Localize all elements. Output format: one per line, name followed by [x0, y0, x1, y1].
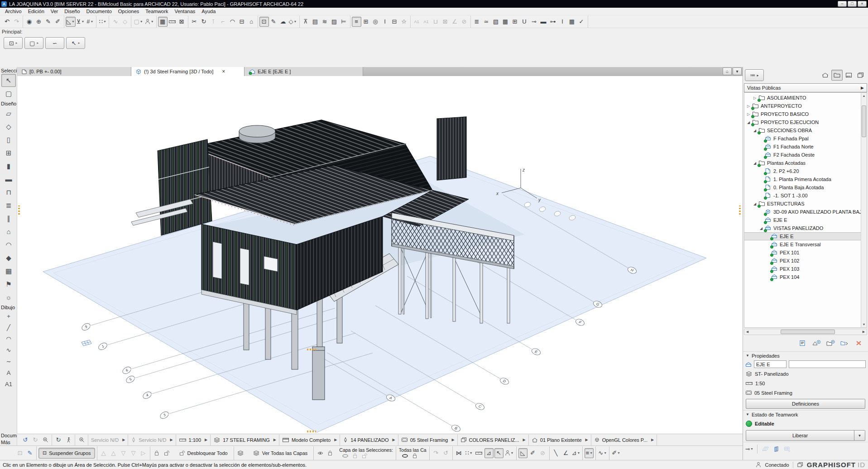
tab-1[interactable]: [0. PB +- 0.00]	[17, 67, 131, 76]
grid-bubble[interactable]: F	[575, 318, 585, 327]
menu-ventanas[interactable]: Ventanas	[171, 8, 198, 14]
send-to-back-icon[interactable]: ▽	[129, 448, 138, 458]
zoom-service-selector[interactable]: Servicio N/D▶	[88, 435, 128, 445]
reset-order-icon[interactable]: ▷	[139, 448, 148, 458]
bring-forward-icon[interactable]: △	[109, 448, 118, 458]
schedule-icon[interactable]: ▦	[567, 17, 577, 27]
tree-item[interactable]: F Fachada Ppal	[744, 134, 861, 143]
graphic-override-selector[interactable]: COLORES PANELIZ...▶	[458, 435, 529, 445]
stair-tool[interactable]: ≣	[0, 199, 17, 212]
tree-vertical-scrollbar[interactable]: ▲ ▼	[861, 93, 867, 327]
scissors-icon[interactable]: ✂	[190, 17, 199, 27]
tree-item[interactable]: 3D-09 AXO PANELIZADO PLANTA BAJA	[744, 208, 861, 216]
all-oval-icon[interactable]	[402, 454, 408, 458]
release-dropdown[interactable]: ▼	[854, 430, 865, 441]
walk-icon[interactable]	[64, 436, 73, 445]
link-icon[interactable]: ⊶	[548, 17, 558, 27]
snap-grid-icon[interactable]: ∷▼	[465, 448, 474, 458]
text-tool-icon[interactable]: I	[380, 17, 390, 27]
menu-documento[interactable]: Documento	[83, 8, 115, 14]
view-map-selector[interactable]: Vistas Públicas ▶	[744, 83, 867, 92]
guide-lines-icon[interactable]: ◺	[518, 448, 528, 458]
grid-select-button[interactable]: ⊡▸	[4, 37, 23, 49]
lock-icon[interactable]	[152, 448, 161, 458]
grid-tool-icon[interactable]: ▦	[501, 17, 510, 27]
rotate-icon[interactable]: ↻	[199, 17, 209, 27]
new-folder-button[interactable]	[825, 339, 835, 348]
collapse-icon[interactable]: ◢	[746, 120, 751, 124]
angle-icon[interactable]: ∠	[450, 17, 460, 27]
chevron-down-icon[interactable]: ▼	[91, 20, 94, 23]
chevron-down-icon[interactable]: ▼	[72, 20, 75, 23]
markup-icon[interactable]: ⊟	[390, 17, 399, 27]
selection-grid-icon[interactable]: ▦	[158, 17, 168, 27]
camera-icon[interactable]: ◎	[371, 17, 380, 27]
pen-set-selector[interactable]: 14 PANELIZADO▶	[340, 435, 398, 445]
align-icon[interactable]: ⊨	[339, 17, 349, 27]
shell-tool[interactable]: ◠	[0, 238, 17, 251]
pen-set-alt-icon[interactable]: ✐	[53, 17, 62, 27]
layer-combinations-icon[interactable]: ≡	[352, 17, 361, 27]
all-lock-icon[interactable]	[412, 453, 417, 459]
tree-item[interactable]: ◢VISTAS PANELIZADO	[744, 224, 861, 232]
maximize-button[interactable]: □	[848, 1, 857, 7]
redo-icon[interactable]: ↷	[12, 17, 21, 27]
scroll-left-icon[interactable]: ◀	[744, 329, 750, 335]
text-tool[interactable]: A	[0, 367, 17, 378]
tree-item[interactable]: ◢ESTRUCTURAS	[744, 200, 861, 208]
polyline-tool[interactable]: ∿	[0, 345, 17, 356]
match-properties-icon[interactable]: ⋈	[455, 448, 464, 458]
gravity-icon[interactable]: ⊻▼	[76, 17, 85, 27]
morph-tools-icon[interactable]: ◇▼	[288, 17, 298, 27]
menu-opciones[interactable]: Opciones	[115, 8, 142, 14]
renovation-filter-selector[interactable]: 01 Plano Existente▶	[529, 435, 591, 445]
send-backward-icon[interactable]: ▽	[119, 448, 128, 458]
draw-arrow-icon[interactable]: ⊿▼	[571, 448, 581, 458]
release-button[interactable]: Liberar	[746, 430, 854, 441]
grid-bubble[interactable]: 6	[121, 365, 132, 375]
view-name-field[interactable]: EJE E	[754, 360, 786, 368]
collapse-icon[interactable]: ◢	[753, 161, 757, 165]
hide-layers-icon[interactable]	[316, 448, 325, 458]
tree-item[interactable]: F2 Fachada Oeste	[744, 151, 861, 159]
hatch-2-icon[interactable]: ▧	[491, 17, 501, 27]
chevron-down-icon[interactable]: ▼	[294, 20, 297, 23]
magic-wand-icon[interactable]: ∿	[110, 17, 120, 27]
tree-item[interactable]: PEX 103	[744, 265, 861, 273]
layers-2-icon[interactable]: ≣	[472, 17, 482, 27]
scroll-right-icon[interactable]: ▶	[861, 329, 867, 335]
edit-polygon-icon[interactable]: ✎	[25, 448, 34, 458]
snap-grid-icon[interactable]: ∷▼	[98, 17, 107, 27]
layer-combination-selector[interactable]: 17 STEEL FRAMING▶	[211, 435, 279, 445]
door-tool[interactable]: ▯	[0, 133, 17, 146]
arrow-button[interactable]: ↖▸	[66, 37, 85, 49]
tree-item[interactable]: 2. P2 +6.20	[744, 167, 861, 175]
palette-handle-mid[interactable]	[307, 349, 316, 350]
grid-bubble[interactable]: 4	[142, 390, 153, 400]
tree-item[interactable]: F1 Fachada Norte	[744, 143, 861, 151]
roof-tool[interactable]: ⌂	[0, 225, 17, 238]
delete-icon[interactable]: ⊠	[441, 17, 450, 27]
tab-3[interactable]: EJE E [EJE E ]	[245, 67, 363, 76]
fills-icon[interactable]: ▤	[311, 17, 320, 27]
collapse-icon[interactable]: ◢	[759, 226, 763, 230]
layer-unlock-icon[interactable]	[361, 453, 368, 459]
tab-list-button[interactable]: ▾	[733, 67, 742, 75]
redo-small-icon[interactable]: ↷	[432, 448, 441, 458]
scroll-thumb-h[interactable]	[781, 330, 835, 334]
3d-viewport[interactable]: 916543HGFEDCBA	[17, 76, 743, 434]
orbit-icon[interactable]: ↻	[54, 436, 63, 445]
teamwork-header[interactable]: ▼ Estado de Teamwork	[743, 410, 868, 418]
beam-tool[interactable]: ▬	[0, 172, 17, 186]
user-profile-icon[interactable]: ▼	[504, 448, 514, 458]
grid-bubble[interactable]: 5	[125, 374, 136, 384]
profile-u-icon[interactable]: U	[520, 17, 529, 27]
tree-horizontal-scrollbar[interactable]: ◀ ▶	[744, 329, 867, 335]
panel-grid-icon[interactable]	[782, 444, 791, 454]
drag-copy-icon[interactable]: ✎	[269, 17, 278, 27]
marquee-select-icon[interactable]: ⊡	[259, 17, 269, 27]
tree-item[interactable]: PEX 102	[744, 257, 861, 265]
navigator-project-chooser[interactable]: ≔▸	[745, 69, 764, 81]
pen-set-icon[interactable]: ✎	[43, 17, 53, 27]
grid-bubble[interactable]: E	[531, 347, 541, 356]
